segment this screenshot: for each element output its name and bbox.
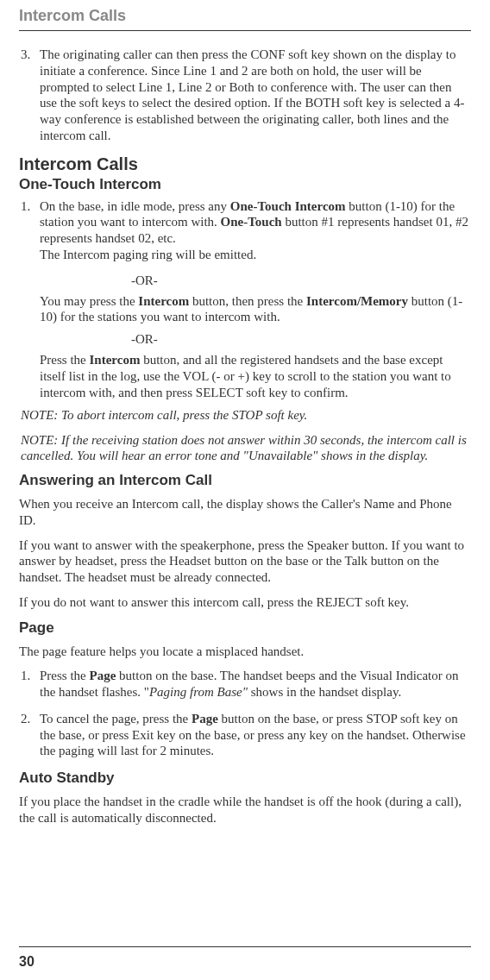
paragraph: The page feature helps you locate a misp… [19,644,471,660]
footer-divider [19,946,471,947]
heading-intercom-calls: Intercom Calls [19,154,471,174]
sub-option-1: You may press the Intercom button, then … [40,293,471,326]
heading-answering: Answering an Intercom Call [19,472,471,489]
heading-one-touch-intercom: One-Touch Intercom [19,176,471,193]
step-number: 1. [19,198,40,263]
page-header: Intercom Calls [19,7,471,31]
bold-term: One-Touch Intercom [230,199,346,213]
step-number: 1. [19,668,40,700]
page-number: 30 [19,954,35,970]
step-text: On the base, in idle mode, press any One… [40,198,471,263]
or-separator: -OR- [131,273,471,288]
text-segment: shows in the handset display. [248,685,401,699]
text-segment: button, then press the [189,294,306,308]
step-number: 3. [19,47,40,144]
step-text: The originating caller can then press th… [40,47,471,144]
paragraph: If you place the handset in the cradle w… [19,794,471,826]
text-segment: On the base, in idle mode, press any [40,199,230,213]
bold-term: Intercom/Memory [306,294,408,308]
step-number: 2. [19,711,40,759]
or-separator: -OR- [131,332,471,347]
step-3: 3. The originating caller can then press… [19,47,471,144]
bold-term: Intercom [138,294,189,308]
text-segment: Press the [40,669,90,682]
bold-term: Page [192,712,218,726]
page-step-2: 2. To cancel the page, press the Page bu… [19,711,471,759]
note-timeout: NOTE: If the receiving station does not … [21,432,471,464]
heading-auto-standby: Auto Standby [19,770,471,787]
note-abort: NOTE: To abort intercom call, press the … [21,407,471,423]
paragraph: If you do not want to answer this interc… [19,594,471,611]
heading-page: Page [19,619,471,637]
page-step-1: 1. Press the Page button on the base. Th… [19,668,471,700]
bold-term: Page [90,669,116,682]
text-segment: The Intercom paging ring will be emitted… [40,248,256,261]
paragraph: When you receive an Intercom call, the d… [19,496,471,529]
sub-option-2: Press the Intercom button, and all the r… [40,352,471,400]
step-text: Press the Page button on the base. The h… [40,668,471,700]
step-1: 1. On the base, in idle mode, press any … [19,198,471,263]
text-segment: To cancel the page, press the [40,712,192,726]
bold-term: Intercom [90,353,141,367]
text-segment: Press the [40,353,90,367]
step-text: To cancel the page, press the Page butto… [40,711,471,759]
text-segment: You may press the [40,294,138,308]
italic-term: Paging from Base" [149,685,248,699]
paragraph: If you want to answer with the speakerph… [19,537,471,586]
bold-term: One-Touch [221,215,282,229]
